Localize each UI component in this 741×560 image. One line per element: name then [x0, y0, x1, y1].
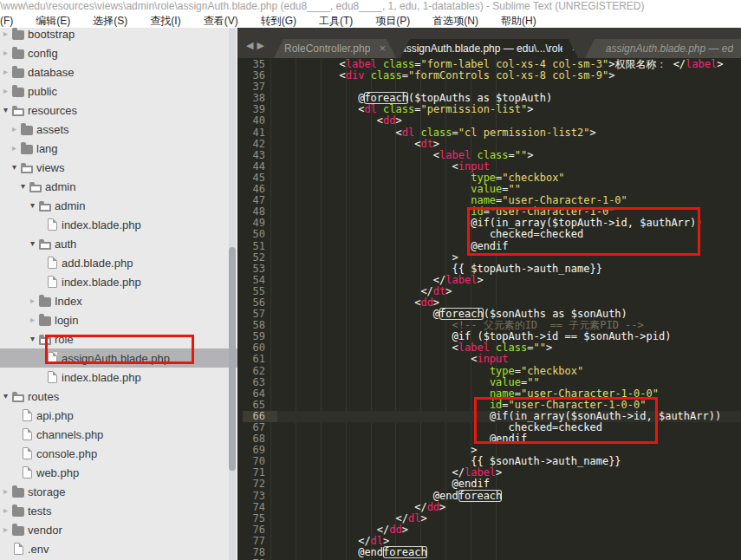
- tree-item-public[interactable]: ▸public: [0, 81, 237, 101]
- code-editor[interactable]: 35 <label class="form-label col-xs-4 col…: [237, 58, 741, 560]
- tree-item-bootstrap[interactable]: ▸bootstrap: [0, 28, 237, 43]
- tree-item-lang[interactable]: ▸lang: [0, 139, 237, 158]
- disclosure-arrow-icon[interactable]: ▸: [3, 62, 12, 81]
- close-icon[interactable]: ×: [379, 40, 386, 57]
- disclosure-arrow-icon[interactable]: ▾: [21, 177, 29, 196]
- code-line-72[interactable]: 72 @endif: [243, 479, 741, 490]
- tree-item-admin[interactable]: ▾admin: [0, 196, 237, 215]
- disclosure-arrow-icon[interactable]: ▸: [3, 482, 12, 501]
- code-line-55[interactable]: 55 </dt>: [243, 286, 741, 297]
- code-line-78[interactable]: 78 @endforeach: [243, 547, 741, 558]
- folder-icon: [21, 145, 33, 154]
- disclosure-arrow-icon[interactable]: ▸: [3, 81, 12, 101]
- line-number: 76: [243, 524, 265, 536]
- disclosure-arrow-icon[interactable]: ▸: [3, 520, 12, 539]
- code-line-75[interactable]: 75 </dl>: [243, 513, 741, 524]
- tree-item-database[interactable]: ▸database: [0, 62, 237, 81]
- line-number: 63: [243, 377, 265, 388]
- tree-item-channels.php[interactable]: channels.php: [0, 425, 237, 444]
- tree-item-views[interactable]: ▾views: [0, 158, 237, 177]
- menu-item-(F)[interactable]: (F): [0, 14, 24, 28]
- folder-icon: [12, 394, 24, 402]
- code-line-73[interactable]: 73 @endforeach: [243, 491, 741, 502]
- menu-bar: (F)编辑(E)选择(S)查找(I)查看(V)转到(G)工具(T)项目(P)首选…: [0, 14, 741, 28]
- disclosure-arrow-icon[interactable]: ▾: [3, 101, 12, 120]
- code-text: <dt>: [270, 139, 439, 150]
- folder-icon: [12, 526, 24, 536]
- tree-item-web.php[interactable]: web.php: [0, 463, 237, 482]
- disclosure-arrow-icon[interactable]: ▸: [12, 120, 21, 139]
- tree-item-routes[interactable]: ▾routes: [0, 387, 237, 406]
- tab-scroll-right-icon[interactable]: ▶: [257, 40, 267, 50]
- menu-item-编辑(E)[interactable]: 编辑(E): [24, 14, 81, 28]
- disclosure-arrow-icon[interactable]: ▸: [3, 501, 12, 520]
- disclosure-arrow-icon[interactable]: ▸: [30, 291, 39, 310]
- code-line-53[interactable]: 53 {{ $topAuth->auth_name}}: [243, 264, 741, 275]
- tree-item-index.blade.php[interactable]: index.blade.php: [0, 272, 237, 291]
- line-number: 51: [243, 241, 265, 252]
- code-line-43[interactable]: 43 <label class="">: [243, 150, 741, 161]
- tree-item-storage[interactable]: ▸storage: [0, 482, 237, 501]
- code-line-41[interactable]: 41 <dl class="cl permission-list2">: [243, 127, 741, 139]
- tab-scroll-left-icon[interactable]: ◀: [246, 40, 257, 50]
- tree-item-index.blade.php[interactable]: index.blade.php: [0, 215, 237, 234]
- line-number: 43: [243, 150, 265, 161]
- tab-assignAuth.blade.php — ed[interactable]: assignAuth.blade.php — ed: [585, 39, 741, 58]
- tree-item-add.blade.php[interactable]: add.blade.php: [0, 253, 237, 272]
- tree-item-admin[interactable]: ▾admin: [0, 177, 237, 196]
- disclosure-arrow-icon[interactable]: ▸: [12, 139, 21, 158]
- menu-item-首选项(N)[interactable]: 首选项(N): [421, 14, 490, 28]
- menu-item-工具(T)[interactable]: 工具(T): [308, 14, 364, 28]
- file-icon: [14, 543, 23, 555]
- menu-item-查看(V)[interactable]: 查看(V): [192, 14, 250, 28]
- tree-item-label: index.blade.php: [62, 276, 141, 289]
- line-number: 61: [243, 354, 265, 365]
- code-line-36[interactable]: 36 <div class="formControls col-xs-8 col…: [243, 70, 741, 81]
- folder-icon: [12, 488, 24, 498]
- menu-item-查找(I)[interactable]: 查找(I): [139, 14, 192, 28]
- disclosure-arrow-icon[interactable]: ▸: [3, 43, 12, 62]
- tree-item-label: .env: [28, 543, 49, 556]
- code-line-76[interactable]: 76 </dd>: [243, 524, 741, 536]
- tree-item-tests[interactable]: ▸tests: [0, 501, 237, 520]
- tree-item-vendor[interactable]: ▸vendor: [0, 520, 237, 539]
- menu-item-选择(S)[interactable]: 选择(S): [81, 14, 139, 28]
- tree-item-label: public: [28, 85, 57, 98]
- sidebar-scrollbar-thumb[interactable]: [229, 247, 236, 471]
- disclosure-arrow-icon[interactable]: ▸: [3, 28, 12, 43]
- tree-item-resources[interactable]: ▾resources: [0, 101, 237, 120]
- tree-item-label: login: [55, 314, 78, 327]
- file-icon: [48, 218, 57, 231]
- tree-item-assets[interactable]: ▸assets: [0, 120, 237, 139]
- disclosure-arrow-icon[interactable]: ▾: [3, 387, 12, 406]
- disclosure-arrow-icon[interactable]: ▾: [30, 329, 39, 348]
- menu-item-转到(G)[interactable]: 转到(G): [250, 14, 308, 28]
- disclosure-arrow-icon[interactable]: ▾: [12, 158, 21, 177]
- folder-icon: [12, 108, 24, 116]
- code-text: @endforeach: [270, 491, 502, 502]
- tree-item-auth[interactable]: ▾auth: [0, 234, 237, 253]
- menu-item-帮助(H)[interactable]: 帮助(H): [490, 14, 548, 28]
- tree-item-label: index.blade.php: [62, 218, 141, 231]
- tree-item-Index[interactable]: ▸Index: [0, 291, 237, 310]
- line-number: 73: [243, 491, 265, 502]
- code-line-54[interactable]: 54 </label>: [243, 275, 741, 286]
- close-icon[interactable]: ×: [571, 40, 578, 57]
- folder-icon: [29, 185, 42, 192]
- menu-item-项目(P)[interactable]: 项目(P): [364, 14, 421, 28]
- tab-nav-arrows[interactable]: ◀▶: [246, 40, 268, 51]
- tree-item-config[interactable]: ▸config: [0, 43, 237, 62]
- tree-item-index.blade.php[interactable]: index.blade.php: [0, 368, 237, 387]
- disclosure-arrow-icon[interactable]: ▾: [30, 196, 39, 215]
- tree-item-api.php[interactable]: api.php: [0, 406, 237, 425]
- tree-item-console.php[interactable]: console.php: [0, 444, 237, 463]
- tab-RoleController.php[interactable]: RoleController.php×: [274, 39, 396, 58]
- annotation-box-code-2: [474, 397, 658, 444]
- tab-label: assignAuth.blade.php — edu\...\role: [400, 42, 562, 55]
- disclosure-arrow-icon[interactable]: ▾: [30, 234, 39, 253]
- tree-item-.env[interactable]: .env: [0, 539, 237, 558]
- disclosure-arrow-icon[interactable]: ▸: [30, 310, 39, 329]
- code-line-74[interactable]: 74 </dd>: [243, 502, 741, 513]
- tree-item-login[interactable]: ▸login: [0, 310, 237, 329]
- tab-assignAuth.blade.php — edu\...\role[interactable]: assignAuth.blade.php — edu\...\role×: [400, 39, 578, 58]
